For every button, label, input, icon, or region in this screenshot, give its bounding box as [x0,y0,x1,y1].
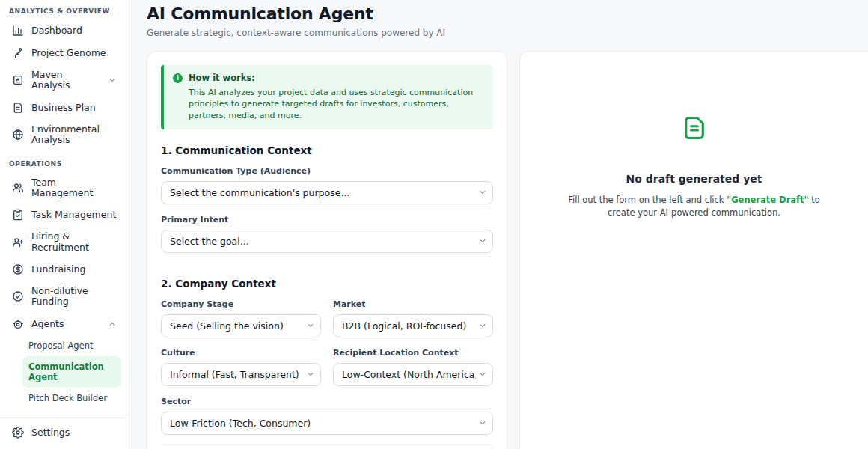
document-icon [12,102,24,114]
globe-icon [12,129,24,141]
info-icon: i [173,73,183,83]
bar-chart-icon [12,25,24,37]
sidebar-item-label: Environmental Analysis [31,124,117,146]
primary-intent-label: Primary Intent [161,215,493,224]
sidebar-section-analytics-label: Analytics & Overview [7,6,121,19]
sidebar-subitem-pitch-deck-builder[interactable]: Pitch Deck Builder [22,388,121,409]
sidebar-item-label: Dashboard [31,25,82,36]
recipient-location-label: Recipient Location Context [333,348,493,358]
field-recipient-location: Recipient Location Context Low-Context (… [333,348,493,386]
sidebar-subitem-communication-agent[interactable]: Communication Agent [22,356,121,388]
communication-form-card: i How it works: This AI analyzes your pr… [147,51,507,449]
company-stage-label: Company Stage [161,299,321,309]
how-it-works-callout: i How it works: This AI analyzes your pr… [161,65,493,129]
how-it-works-body: This AI analyzes your project data and u… [189,87,483,121]
dollar-circle-icon [12,263,24,275]
form-divider [161,448,493,448]
sidebar-item-label: Fundraising [31,264,85,275]
sidebar-item-hiring-recruitment[interactable]: Hiring & Recruitment [7,226,121,258]
section-heading-communication-context: 1. Communication Context [161,144,493,156]
draft-preview-panel: No draft generated yet Fill out the form… [519,51,868,449]
section-heading-company-context: 2. Company Context [161,278,493,290]
field-communication-type: Communication Type (Audience) Select the… [161,166,493,204]
empty-state-title: No draft generated yet [626,173,762,185]
culture-select[interactable]: Informal (Fast, Transparent) [161,363,321,386]
company-stage-select[interactable]: Seed (Selling the vision) [161,314,321,337]
field-primary-intent: Primary Intent Select the goal... [161,215,493,253]
file-analysis-icon [12,74,24,86]
sidebar-item-team-management[interactable]: Team Management [7,172,121,204]
communication-type-label: Communication Type (Audience) [161,166,493,176]
sector-select[interactable]: Low-Friction (Tech, Consumer) [161,412,493,435]
gear-icon [12,427,24,439]
field-culture: Culture Informal (Fast, Transparent) [161,348,321,386]
sidebar-item-settings[interactable]: Settings [7,421,121,444]
sidebar-section-operations-label: Operations [7,159,121,172]
sidebar-item-label: Business Plan [31,103,96,113]
sidebar-item-label: Project Genome [31,48,106,58]
recipient-location-select[interactable]: Low-Context (North America, Ge [333,363,493,386]
sidebar-subitem-proposal-agent[interactable]: Proposal Agent [22,335,121,356]
check-circle-icon [12,290,24,302]
empty-state: No draft generated yet Fill out the form… [520,52,868,219]
sidebar-item-label: Task Management [31,210,116,220]
field-market: Market B2B (Logical, ROI-focused) [333,299,493,337]
sidebar-item-label: Agents [31,319,64,329]
communication-type-select[interactable]: Select the communication's purpose... [161,181,493,204]
sidebar-item-label: Team Management [31,177,117,199]
field-company-stage: Company Stage Seed (Selling the vision) [161,299,321,337]
empty-state-text: Fill out the form on the left and click … [561,194,828,219]
sidebar-item-project-genome[interactable]: Project Genome [7,42,121,64]
empty-state-text-prefix: Fill out the form on the left and click [568,195,727,205]
sidebar-item-agents[interactable]: Agents [7,313,121,335]
bot-icon [12,318,24,330]
sidebar-item-non-dilutive-funding[interactable]: Non-dilutive Funding [7,281,121,313]
sector-label: Sector [161,397,493,406]
users-icon [12,182,24,194]
sidebar-divider [0,415,129,415]
sidebar-item-label: Hiring & Recruitment [31,231,117,253]
page-title: AI Communication Agent [147,4,868,23]
sidebar: Analytics & Overview Dashboard Project G… [0,0,129,449]
chevron-down-icon [108,76,117,85]
genome-icon [12,47,24,59]
how-it-works-title: How it works: [189,73,255,83]
market-label: Market [333,299,493,309]
sidebar-item-task-management[interactable]: Task Management [7,204,121,226]
main-content: AI Communication Agent Generate strategi… [129,0,868,449]
sidebar-item-business-plan[interactable]: Business Plan [7,97,121,119]
sidebar-item-label: Non-dilutive Funding [31,286,117,308]
sidebar-item-maven-analysis[interactable]: Maven Analysis [7,64,121,97]
primary-intent-select[interactable]: Select the goal... [161,230,493,253]
user-plus-icon [12,236,24,248]
generate-draft-highlight: "Generate Draft" [727,195,808,205]
sidebar-item-dashboard[interactable]: Dashboard [7,19,121,42]
market-select[interactable]: B2B (Logical, ROI-focused) [333,314,493,337]
culture-label: Culture [161,348,321,358]
clipboard-icon [12,209,24,221]
sidebar-item-support[interactable]: Support [7,444,121,449]
sidebar-item-fundraising[interactable]: Fundraising [7,258,121,281]
sidebar-item-environmental-analysis[interactable]: Environmental Analysis [7,119,121,151]
page-subtitle: Generate strategic, context-aware commun… [147,28,868,38]
chevron-up-icon [108,320,117,329]
sidebar-item-label: Maven Analysis [31,70,100,91]
document-icon [681,114,708,141]
sidebar-item-label: Settings [31,427,70,438]
field-sector: Sector Low-Friction (Tech, Consumer) [161,397,493,435]
